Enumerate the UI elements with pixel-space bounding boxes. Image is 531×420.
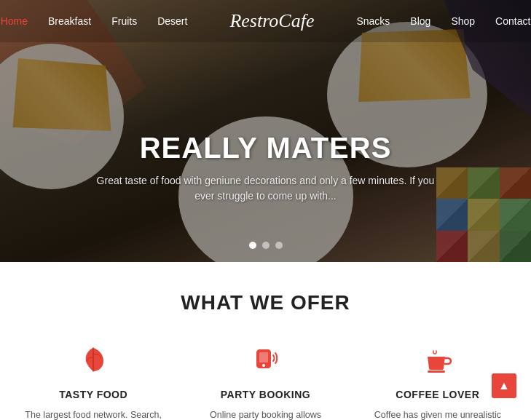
offer-name-food: TASTY FOOD <box>22 389 165 400</box>
svg-rect-2 <box>428 371 445 373</box>
leaf-icon <box>74 341 112 379</box>
nav-link-blog[interactable]: Blog <box>410 15 430 27</box>
nav-link-breakfast[interactable]: Breakfast <box>48 15 91 27</box>
offer-item-food: TASTY FOOD The largest food network. Sea… <box>15 341 172 420</box>
nav-link-home[interactable]: Home <box>1 15 28 27</box>
nav-links: Home Breakfast Fruits Desert RestroCafe … <box>1 10 531 32</box>
offer-item-party: PARTY BOOKING Online party booking allow… <box>186 341 344 420</box>
nav-item-snacks[interactable]: Snacks <box>356 15 390 28</box>
svg-rect-1 <box>259 352 268 362</box>
nav-item-breakfast[interactable]: Breakfast <box>48 15 91 28</box>
slider-dot-3[interactable] <box>275 242 283 249</box>
navbar: Home Breakfast Fruits Desert RestroCafe … <box>0 0 531 42</box>
slider-dot-2[interactable] <box>262 242 270 249</box>
back-to-top-button[interactable]: ▲ <box>492 373 516 398</box>
offer-desc-food: The largest food network. Search, watch,… <box>22 408 165 420</box>
svg-point-0 <box>262 364 265 367</box>
slider-dots <box>249 242 283 249</box>
nav-link-snacks[interactable]: Snacks <box>356 15 390 27</box>
offers-title: WHAT WE OFER <box>15 291 516 314</box>
hero-subtitle: Great taste of food with geniune decorat… <box>91 173 441 204</box>
nav-brand: RestroCafe <box>208 10 336 32</box>
nav-item-fruits[interactable]: Fruits <box>111 15 137 28</box>
nav-item-home[interactable]: Home <box>1 15 28 28</box>
hero-title: REALLY MATERS <box>91 132 441 165</box>
nav-link-contact[interactable]: Contact <box>495 15 530 27</box>
nav-link-desert[interactable]: Desert <box>157 15 187 27</box>
nav-link-shop[interactable]: Shop <box>451 15 475 27</box>
coffee-icon <box>419 341 457 379</box>
nav-item-contact[interactable]: Contact <box>495 15 530 28</box>
offer-desc-party: Online party booking allows customers to… <box>194 408 337 420</box>
offers-section: WHAT WE OFER TASTY FOOD The largest food… <box>0 262 531 420</box>
hero-content: REALLY MATERS Great taste of food with g… <box>91 132 441 204</box>
offer-name-coffee: COFFEE LOVER <box>366 389 509 400</box>
offer-desc-coffee: Coffee has given me unrealistic expectat… <box>366 408 509 420</box>
slider-dot-1[interactable] <box>249 242 256 249</box>
nav-link-fruits[interactable]: Fruits <box>111 15 137 27</box>
nav-item-blog[interactable]: Blog <box>410 15 430 28</box>
offer-name-party: PARTY BOOKING <box>194 389 337 400</box>
phone-wave-icon <box>246 341 284 379</box>
nav-item-desert[interactable]: Desert <box>157 15 187 28</box>
offers-grid: TASTY FOOD The largest food network. Sea… <box>15 341 516 420</box>
nav-item-shop[interactable]: Shop <box>451 15 475 28</box>
